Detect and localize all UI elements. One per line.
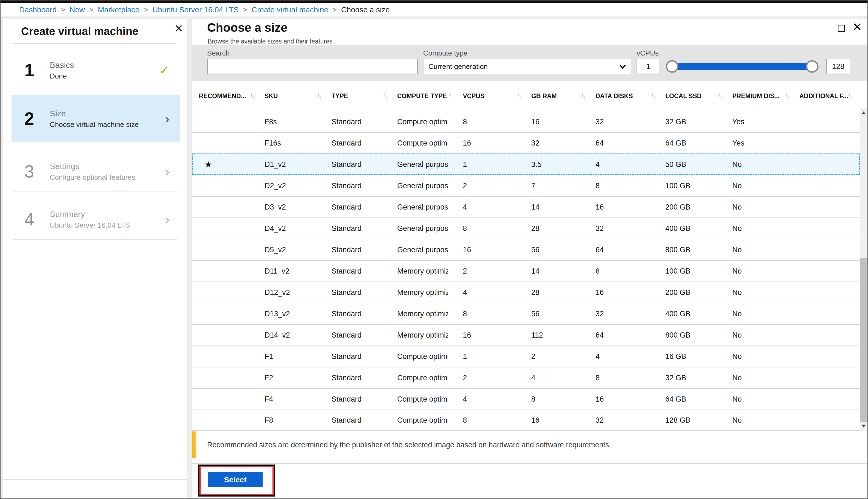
sort-icon: ↑↓ xyxy=(651,93,655,99)
vcpus-max-input[interactable]: 128 xyxy=(826,59,850,74)
close-icon[interactable]: ✕ xyxy=(852,21,862,33)
blade-footer-divider xyxy=(3,479,187,480)
column-header-data-disks[interactable]: DATA DISKS↑↓ xyxy=(596,93,665,100)
scrollbar-thumb[interactable] xyxy=(860,258,867,422)
cell-vcpus: 2 xyxy=(463,267,531,276)
cell-gb-ram: 28 xyxy=(531,224,596,233)
footer-divider xyxy=(192,463,867,464)
column-header-recommended[interactable]: RECOMMEND...↑↓ xyxy=(199,93,265,100)
table-row-D13_v2[interactable]: D13_v2StandardMemory optimized85632400 G… xyxy=(192,303,860,324)
scroll-down-icon[interactable] xyxy=(861,425,866,428)
column-label: RECOMMEND... xyxy=(199,93,246,100)
table-row-F8[interactable]: F8StandardCompute optimized81632128 GBNo xyxy=(192,410,860,431)
cell-gb-ram: 56 xyxy=(531,310,596,318)
cell-compute-type: Compute optimized xyxy=(397,139,463,147)
column-header-compute-type[interactable]: COMPUTE TYPE↑↓ xyxy=(397,93,463,100)
table-row-D14_v2[interactable]: D14_v2StandardMemory optimized1611264800… xyxy=(192,324,860,345)
cell-gb-ram: 16 xyxy=(531,118,596,126)
breadcrumb-item[interactable]: Dashboard xyxy=(19,5,57,14)
table-row-D2_v2[interactable]: D2_v2StandardGeneral purpose278100 GBNo xyxy=(192,175,860,196)
slider-handle-min[interactable] xyxy=(666,60,678,73)
breadcrumb-item[interactable]: Create virtual machine xyxy=(252,5,328,14)
scroll-up-icon[interactable] xyxy=(861,111,866,114)
table-row-F16s[interactable]: F16sStandardCompute optimized16326464 GB… xyxy=(192,132,860,154)
cell-local-ssd: 50 GB xyxy=(665,160,732,169)
table-body: F8sStandardCompute optimized8163232 GBYe… xyxy=(192,111,860,431)
cell-local-ssd: 800 GB xyxy=(665,331,732,340)
table-row-F2[interactable]: F2StandardCompute optimized24832 GBNo xyxy=(192,367,860,388)
vcpus-min-input[interactable]: 1 xyxy=(637,59,660,74)
table-row-F8s[interactable]: F8sStandardCompute optimized8163232 GBYe… xyxy=(192,111,860,132)
sort-icon: ↑↓ xyxy=(250,93,254,99)
breadcrumb-item[interactable]: Ubuntu Server 16.04 LTS xyxy=(152,5,239,14)
sort-icon: ↑↓ xyxy=(317,93,321,99)
slider-handle-max[interactable] xyxy=(806,60,819,73)
table-row-D12_v2[interactable]: D12_v2StandardMemory optimized42816200 G… xyxy=(192,281,860,303)
cell-local-ssd: 64 GB xyxy=(665,139,732,147)
vertical-scrollbar[interactable] xyxy=(860,108,867,431)
column-label: SKU xyxy=(265,93,278,100)
column-header-sku[interactable]: SKU↑↓ xyxy=(265,93,332,100)
wizard-step-settings[interactable]: 3SettingsConfigure optional features› xyxy=(12,154,180,189)
compute-type-select[interactable]: Current generation xyxy=(423,59,631,74)
cell-data-disks: 16 xyxy=(596,395,665,403)
column-header-additional-features[interactable]: ADDITIONAL F...↑↓ xyxy=(799,93,860,100)
step-text: SettingsConfigure optional features xyxy=(50,162,135,182)
cell-local-ssd: 100 GB xyxy=(665,182,732,190)
wizard-step-summary[interactable]: 4SummaryUbuntu Server 16.04 LTS› xyxy=(12,202,180,237)
table-row-D1_v2[interactable]: ★D1_v2StandardGeneral purpose13.5450 GBN… xyxy=(192,154,860,175)
column-header-local-ssd[interactable]: LOCAL SSD↑↓ xyxy=(665,93,732,100)
maximize-icon[interactable] xyxy=(838,25,845,32)
compute-type-label: Compute type xyxy=(423,49,467,58)
cell-compute-type: Memory optimized xyxy=(397,288,463,297)
cell-vcpus: 4 xyxy=(463,203,531,211)
table-row-D5_v2[interactable]: D5_v2StandardGeneral purpose165664800 GB… xyxy=(192,239,860,260)
breadcrumb-item[interactable]: Marketplace xyxy=(98,5,139,14)
cell-premium-disk: No xyxy=(732,160,799,169)
cell-type: Standard xyxy=(332,395,397,403)
cell-type: Standard xyxy=(332,267,397,276)
table-row-F1[interactable]: F1StandardCompute optimized12416 GBNo xyxy=(192,345,860,367)
table-header: RECOMMEND...↑↓SKU↑↓TYPE↑↓COMPUTE TYPE↑↓V… xyxy=(192,81,860,111)
cell-data-disks: 16 xyxy=(596,288,665,297)
wizard-step-size[interactable]: 2SizeChoose virtual machine size› xyxy=(12,95,180,142)
cell-vcpus: 8 xyxy=(463,224,531,233)
search-input[interactable] xyxy=(207,59,418,74)
cell-premium-disk: No xyxy=(732,374,799,382)
table-row-D4_v2[interactable]: D4_v2StandardGeneral purpose82832400 GBN… xyxy=(192,218,860,239)
cell-data-disks: 32 xyxy=(596,224,665,233)
table-row-D11_v2[interactable]: D11_v2StandardMemory optimized2148100 GB… xyxy=(192,260,860,281)
wizard-step-basics[interactable]: 1BasicsDone✓ xyxy=(12,52,180,88)
cell-vcpus: 1 xyxy=(463,160,531,169)
step-number: 2 xyxy=(20,109,39,129)
column-header-type[interactable]: TYPE↑↓ xyxy=(332,93,397,100)
cell-local-ssd: 200 GB xyxy=(665,203,732,211)
close-icon[interactable]: ✕ xyxy=(174,23,183,34)
cell-sku: D5_v2 xyxy=(265,246,332,254)
column-header-vcpus[interactable]: VCPUS↑↓ xyxy=(463,93,531,100)
cell-gb-ram: 112 xyxy=(531,331,596,340)
breadcrumb-item[interactable]: New xyxy=(70,5,85,14)
cell-type: Standard xyxy=(332,416,397,425)
table-row-F4[interactable]: F4StandardCompute optimized481664 GBNo xyxy=(192,388,860,410)
cell-sku: D4_v2 xyxy=(265,224,332,233)
step-sublabel: Done xyxy=(50,72,74,81)
cell-type: Standard xyxy=(332,224,397,233)
cell-vcpus: 8 xyxy=(463,310,531,318)
search-label: Search xyxy=(207,49,230,58)
table-row-D3_v2[interactable]: D3_v2StandardGeneral purpose41416200 GBN… xyxy=(192,196,860,218)
page-subtitle: Browse the available sizes and their fea… xyxy=(208,38,332,45)
cell-compute-type: Compute optimized xyxy=(397,118,463,126)
select-button[interactable]: Select xyxy=(208,472,262,487)
cell-data-disks: 8 xyxy=(596,267,665,276)
column-label: DATA DISKS xyxy=(596,93,633,100)
column-header-premium-disk[interactable]: PREMIUM DIS...↑↓ xyxy=(732,93,799,100)
sort-icon: ↑↓ xyxy=(383,93,387,99)
cell-type: Standard xyxy=(332,246,397,254)
cell-premium-disk: No xyxy=(732,416,799,425)
cell-type: Standard xyxy=(332,331,397,340)
slider-track[interactable] xyxy=(671,63,813,70)
chevron-right-icon: › xyxy=(165,165,169,178)
cell-compute-type: Memory optimized xyxy=(397,310,463,318)
column-header-gb-ram[interactable]: GB RAM↑↓ xyxy=(531,93,596,100)
